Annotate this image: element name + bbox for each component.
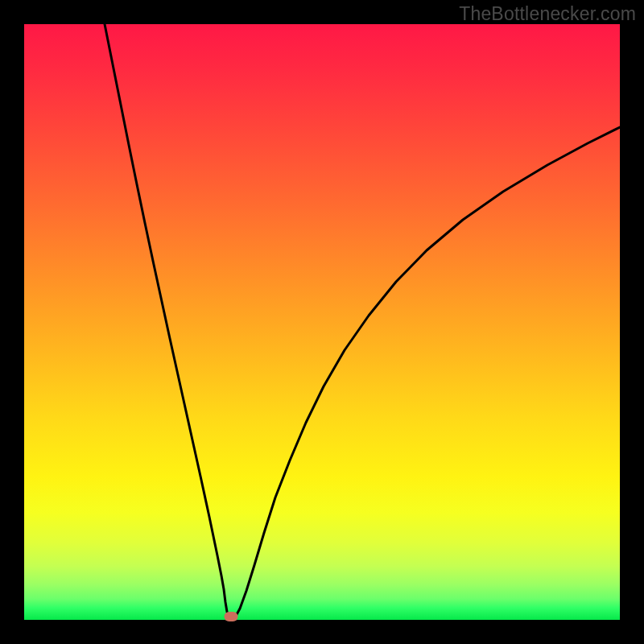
optimal-point-marker [225,612,238,621]
chart-container: TheBottlenecker.com [0,0,644,644]
plot-area [24,24,620,620]
gradient-background [24,24,620,620]
watermark-text: TheBottlenecker.com [459,3,636,25]
